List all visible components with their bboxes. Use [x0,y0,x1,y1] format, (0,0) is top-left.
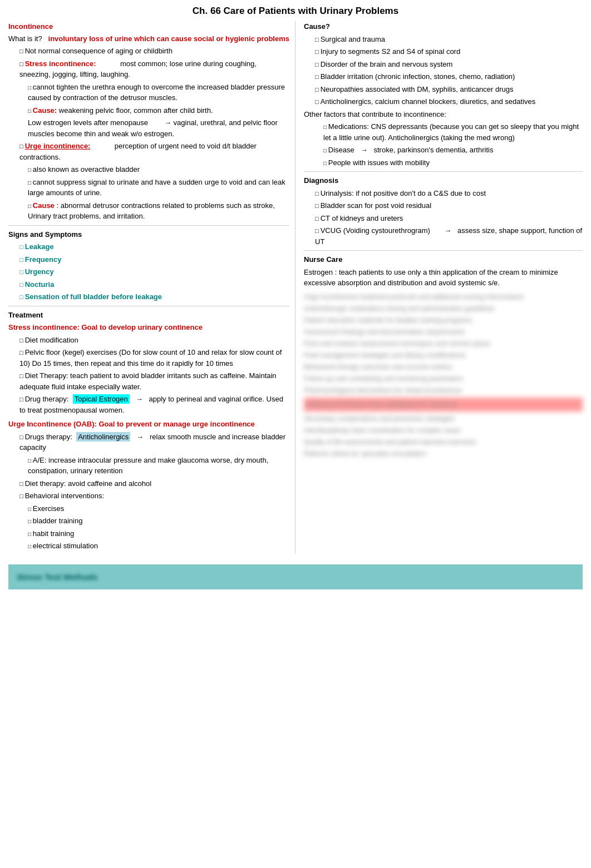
drug-therapy-label: Drug therapy: [25,395,69,403]
behavioral: Behavioral interventions: [19,490,289,502]
bladder-scan: Bladder scan for post void residual [315,200,583,211]
habit-training: habit training [28,528,289,539]
diet-mod: Diet modification [19,335,289,346]
diagnosis-header: Diagnosis [304,175,583,186]
overactive: also known as overactive bladder [28,164,289,175]
bladder-irritation: Bladder irritation (chronic infection, s… [315,71,583,82]
injury-segments: Injury to segments S2 and S4 of spinal c… [315,46,583,57]
pelvic-floor: Pelvic floor (kegel) exercises (Do for s… [19,347,289,369]
stress-incontinence-line: Stress incontinence: most common; lose u… [19,58,289,80]
divider2 [8,306,289,306]
arrow3: → [136,433,144,441]
divider-right1 [304,171,583,172]
main-content: Incontinence What is it? involuntary los… [8,21,583,553]
arrow-disease: → [361,146,368,154]
drug-therapy-line: Drug therapy: Topical Estrogen → apply t… [19,394,289,415]
arrow2: → [136,395,143,403]
stress-goal: Stress incontinence: Goal to develop uri… [8,322,289,333]
nurse-care-header: Nurse Care [304,254,583,265]
neuropathies: Neuropathies associated with DM, syphili… [315,84,583,95]
what-is-it-value: involuntary loss of urine which can caus… [48,34,289,43]
divider-right2 [304,250,583,251]
urge-goal: Urge Incontinence (OAB): Goal to prevent… [8,419,289,430]
frequency: Frequency [19,254,289,265]
disease-label: Disease [328,146,354,154]
disease-line: Disease → stroke, parkinson's dementia, … [323,145,583,156]
what-is-it-line: What is it? involuntary loss of urine wh… [8,33,289,44]
stress-detail1: cannot tighten the urethra enough to ove… [28,82,289,103]
urge-incontinence-line: Urge incontinence: perception of urgent … [19,141,289,162]
sensation: Sensation of full bladder before leakage [19,291,289,302]
cause2-text: : abnormal detrusor contractions related… [28,201,275,221]
diet-therapy: Diet Therapy: teach patient to avoid bla… [19,370,289,392]
diet-therapy2: Diet therapy: avoid caffeine and alcohol [19,478,289,489]
bottom-bar-text: Stress Test Methods [17,572,98,582]
page-title: Ch. 66 Care of Patients with Urinary Pro… [8,6,583,17]
cannot-suppress: cannot suppress signal to urinate and ha… [28,177,289,199]
anticholinergics: Anticholinergics [76,432,130,442]
left-column: Incontinence What is it? involuntary los… [8,21,296,553]
cause2-line: Cause : abnormal detrusor contractions r… [28,200,289,222]
surgical-trauma: Surgical and trauma [315,34,583,45]
urgency: Urgency [19,266,289,277]
cause2-label: Cause [33,201,55,210]
estrogen-line: Estrogen : teach patients to use only a … [304,267,583,289]
disorder-brain: Disorder of the brain and nervous system [315,59,583,70]
treatment-header: Treatment [8,310,289,321]
cause-header-text: Cause? [304,22,330,31]
bottom-bar: Stress Test Methods [8,564,583,589]
disease-text: stroke, parkinson's dementia, arthritis [373,146,493,154]
ae-content: A/E: increase intraocular pressure and m… [28,456,268,475]
anticholinergics-right: Anticholinergics, calcium channel blocke… [315,96,583,107]
low-estrogen-line: Low estrogen levels after menopause → va… [28,117,289,139]
topical-estrogen: Topical Estrogen [73,394,130,404]
leakage: Leakage [19,241,289,252]
what-is-it-label: What is it? [8,34,42,43]
estrogen-label: Estrogen [304,268,333,276]
low-estrogen: Low estrogen levels after menopause [28,118,148,127]
estrogen-text: : teach patients to use only a thin appl… [304,268,558,287]
signs-header: Signs and Symptoms [8,229,289,240]
exercises: Exercises [28,503,289,514]
ae-text: A/E: increase intraocular pressure and m… [28,455,289,477]
mobility: People with issues with mobility [323,157,583,168]
cause-line: Cause: weakening pelvic floor, common af… [28,105,289,116]
urinalysis: Urinalysis: if not positive don't do a C… [315,188,583,199]
ct-kidneys: CT of kidneys and ureters [315,213,583,224]
urge-incontinence-label: Urge incontinence: [25,142,91,150]
vcug-label: VCUG (Voiding cystourethrogram) [321,226,430,235]
cause-label: Cause: [33,106,57,115]
divider1 [8,225,289,226]
arrow-vcug: → [444,226,451,235]
drugs-therapy2-line: Drugs therapy: Anticholinergics → relax … [19,431,289,453]
other-factors: Other factors that contribute to inconti… [304,109,583,120]
blurred-right-lower: Urge incontinence treatment protocols an… [304,292,583,459]
page: Ch. 66 Care of Patients with Urinary Pro… [0,0,591,868]
not-normal: Not normal consequence of aging or child… [19,46,289,57]
stress-incontinence-label: Stress incontinence: [25,59,96,68]
medications-cns: Medications: CNS depressants (because yo… [323,121,583,143]
electrical-stimulation: electrical stimulation [28,540,289,552]
right-column: Cause? Surgical and trauma Injury to seg… [296,21,583,553]
vcug-line: VCUG (Voiding cystourethrogram) → assess… [315,225,583,247]
nocturia: Nocturia [19,279,289,290]
cause-header: Cause? [304,21,583,32]
incontinence-header: Incontinence [8,21,289,32]
cause-text: weakening pelvic floor, common after chi… [59,106,213,115]
drugs-therapy2-label: Drugs therapy: [25,433,72,441]
bladder-training: bladder training [28,515,289,527]
